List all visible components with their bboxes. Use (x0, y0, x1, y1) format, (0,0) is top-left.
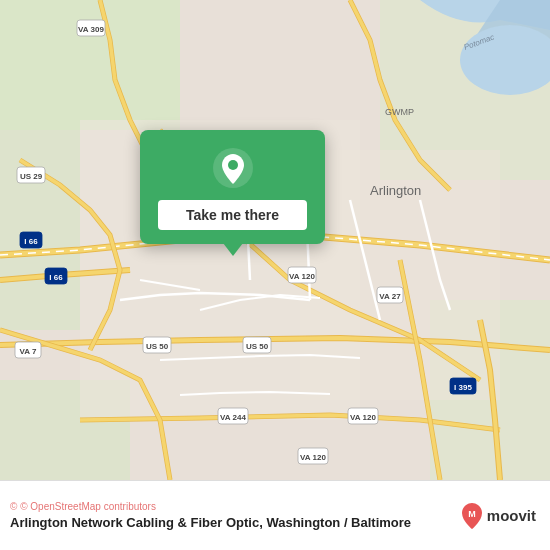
svg-text:M: M (468, 509, 476, 519)
svg-text:VA 244: VA 244 (220, 413, 246, 422)
svg-text:I 395: I 395 (454, 383, 472, 392)
osm-credit-text: © OpenStreetMap contributors (20, 501, 156, 512)
svg-text:I 66: I 66 (24, 237, 38, 246)
footer: © © OpenStreetMap contributors Arlington… (0, 480, 550, 550)
svg-rect-1 (0, 0, 180, 130)
svg-text:VA 120: VA 120 (350, 413, 376, 422)
svg-text:US 50: US 50 (146, 342, 169, 351)
map-popup: Take me there (140, 130, 325, 244)
svg-text:I 66: I 66 (49, 273, 63, 282)
svg-text:Arlington: Arlington (370, 183, 421, 198)
svg-text:US 50: US 50 (246, 342, 269, 351)
location-pin-icon (211, 146, 255, 190)
svg-text:VA 7: VA 7 (20, 347, 37, 356)
map-container: VA 309 VA 120 US 29 I 66 I 66 VA 7 US 50… (0, 0, 550, 480)
moovit-brand-text: moovit (487, 507, 536, 524)
svg-text:US 29: US 29 (20, 172, 43, 181)
take-me-there-button[interactable]: Take me there (158, 200, 307, 230)
moovit-logo: M moovit (461, 502, 536, 530)
copyright-symbol: © (10, 501, 17, 512)
svg-text:VA 27: VA 27 (379, 292, 401, 301)
svg-point-41 (228, 160, 238, 170)
location-title: Arlington Network Cabling & Fiber Optic,… (10, 515, 461, 530)
svg-text:VA 120: VA 120 (289, 272, 315, 281)
svg-text:VA 309: VA 309 (78, 25, 104, 34)
footer-text: © © OpenStreetMap contributors Arlington… (10, 501, 461, 530)
osm-credit: © © OpenStreetMap contributors (10, 501, 461, 512)
svg-rect-2 (0, 130, 80, 330)
svg-text:VA 120: VA 120 (300, 453, 326, 462)
moovit-pin-icon: M (461, 502, 483, 530)
svg-text:GWMP: GWMP (385, 107, 414, 117)
